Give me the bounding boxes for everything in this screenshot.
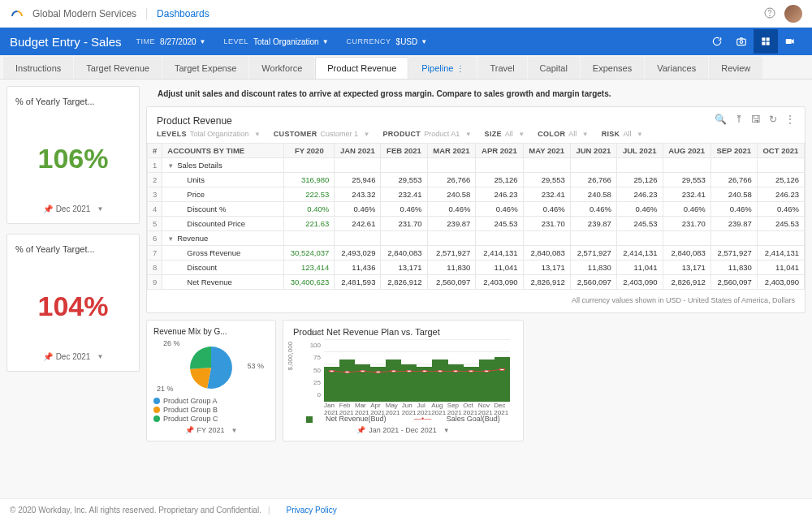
bar (479, 360, 495, 402)
kpi-value: 106% (15, 113, 131, 205)
product-revenue-panel: Product Revenue 🔍 ⤒ 🖫 ↻ ⋮ LEVELSTotal Or… (146, 106, 806, 313)
svg-rect-2 (737, 39, 746, 45)
revenue-mix-panel: Revenue Mix by G... 26 % 53 % 21 % Produ… (146, 320, 276, 441)
filter-customer[interactable]: CUSTOMERCustomer 1 ▼ (274, 130, 370, 138)
pin-icon: 📌 (185, 426, 194, 434)
refresh-icon[interactable] (705, 29, 729, 54)
bar (401, 364, 417, 402)
table-row[interactable]: 6▼Revenue (148, 231, 805, 246)
x-label: Mar 2021 (355, 402, 370, 413)
bar (464, 367, 479, 402)
bar-title: Product Net Revenue Plan vs. Target (293, 327, 513, 337)
bar (355, 364, 370, 402)
sidebar: % of Yearly Target... 106% 📌 Dec 2021 ▼%… (0, 80, 146, 498)
kpi-period[interactable]: 📌 Dec 2021 ▼ (15, 352, 131, 361)
table-row[interactable]: 3Price222.53243.32232.41240.58246.23232.… (148, 187, 805, 202)
bar-chart: $,000,000 0255075100125 Jan 2021Feb 2021… (293, 340, 513, 413)
tab-workforce[interactable]: Workforce (249, 57, 314, 79)
x-label: Aug 2021 (431, 402, 447, 413)
param-time[interactable]: TIME 8/27/2020▼ (136, 37, 206, 46)
x-label: Jun 2021 (402, 402, 417, 413)
bar (324, 367, 339, 402)
save-icon[interactable]: 🖫 (751, 114, 761, 125)
currency-note: All currency values shown in USD - Unite… (147, 290, 805, 312)
tab-pipeline[interactable]: Pipeline⋮ (409, 57, 477, 79)
legend-item: Product Group B (153, 406, 269, 414)
tab-variances[interactable]: Variances (645, 57, 708, 79)
tab-instructions[interactable]: Instructions (3, 57, 73, 79)
svg-point-3 (740, 41, 743, 44)
breadcrumb-link[interactable]: Dashboards (157, 8, 209, 19)
x-label: Sep 2021 (447, 402, 464, 413)
tab-expenses[interactable]: Expenses (581, 57, 644, 79)
table-row[interactable]: 4Discount %0.40%0.46%0.46%0.46%0.46%0.46… (148, 202, 805, 217)
svg-rect-5 (767, 37, 770, 41)
svg-point-1 (770, 15, 771, 15)
table-row[interactable]: 2Units316,98025,94629,55326,76625,12629,… (148, 173, 805, 187)
kpi-value: 104% (15, 260, 131, 352)
legend-item: Product Group C (153, 415, 269, 423)
plan-vs-target-panel: Product Net Revenue Plan vs. Target $,00… (283, 320, 524, 441)
refresh-grid-icon[interactable]: ↻ (769, 114, 777, 125)
pie-title: Revenue Mix by G... (153, 327, 269, 336)
x-label: Oct 2021 (463, 402, 477, 413)
svg-rect-8 (786, 39, 792, 44)
more-icon[interactable]: ⋮ (785, 114, 795, 125)
kpi-period[interactable]: 📌 Dec 2021 ▼ (15, 205, 131, 213)
bar (432, 360, 447, 402)
tab-target-expense[interactable]: Target Expense (162, 57, 248, 79)
x-label: May 2021 (386, 402, 402, 413)
grid-icon[interactable] (754, 29, 778, 54)
filter-levels[interactable]: LEVELSTotal Organization ▼ (157, 130, 261, 138)
filter-product[interactable]: PRODUCTProduct A1 ▼ (383, 130, 472, 138)
filter-color[interactable]: COLORAll ▼ (538, 130, 588, 138)
tabs: InstructionsTarget RevenueTarget Expense… (0, 55, 812, 80)
table-row[interactable]: 1▼Sales Details (148, 158, 805, 173)
x-label: Jul 2021 (417, 402, 431, 413)
search-icon[interactable]: 🔍 (715, 114, 727, 125)
bar (448, 364, 464, 402)
help-icon[interactable] (763, 6, 776, 21)
svg-rect-6 (762, 42, 765, 45)
table-row[interactable]: 7Gross Revenue30,524,0372,493,0292,840,0… (148, 246, 805, 260)
privacy-link[interactable]: Privacy Policy (287, 506, 337, 515)
kpi-card: % of Yearly Target... 104% 📌 Dec 2021 ▼ (6, 234, 140, 372)
video-icon[interactable] (778, 29, 802, 54)
bar (417, 367, 432, 402)
avatar[interactable] (784, 5, 802, 23)
tab-travel[interactable]: Travel (477, 57, 526, 79)
x-label: Apr 2021 (370, 402, 385, 413)
export-icon[interactable]: ⤒ (735, 114, 743, 125)
camera-icon[interactable] (729, 29, 754, 54)
svg-rect-4 (762, 37, 765, 41)
footer: © 2020 Workday, Inc. All rights reserved… (0, 498, 812, 521)
param-level[interactable]: LEVEL Total Organization▼ (224, 37, 329, 46)
kpi-title: % of Yearly Target... (15, 97, 131, 106)
tab-review[interactable]: Review (709, 57, 762, 79)
instruction-text: Adjust unit sales and discount rates to … (146, 86, 806, 106)
bar (370, 367, 386, 402)
x-label: Nov 2021 (478, 402, 495, 413)
bar (386, 360, 401, 402)
filter-risk[interactable]: RISKAll ▼ (602, 130, 643, 138)
page-title: Budget Entry - Sales (10, 35, 122, 49)
table-row[interactable]: 9Net Revenue30,400,6232,481,5932,826,912… (148, 275, 805, 290)
panel-title: Product Revenue (147, 107, 242, 130)
bluebar: Budget Entry - Sales TIME 8/27/2020▼ LEV… (0, 28, 812, 55)
org-name: Global Modern Services (32, 8, 147, 19)
x-label: Feb 2021 (339, 402, 355, 413)
bar (339, 360, 355, 402)
tab-capital[interactable]: Capital (528, 57, 580, 79)
pie-chart: 26 % 53 % 21 % (153, 339, 269, 396)
filter-size[interactable]: SIZEAll ▼ (485, 130, 525, 138)
revenue-grid[interactable]: #ACCOUNTS BY TIMEFY 2020JAN 2021FEB 2021… (147, 143, 805, 290)
kpi-title: % of Yearly Target... (15, 244, 131, 254)
legend-item: Product Group A (153, 397, 269, 405)
copyright: © 2020 Workday, Inc. All rights reserved… (10, 506, 261, 515)
table-row[interactable]: 8Discount123,41411,43613,17111,83011,041… (148, 260, 805, 275)
tab-product-revenue[interactable]: Product Revenue (315, 57, 408, 79)
param-currency[interactable]: CURRENCY $USD▼ (347, 37, 428, 46)
logo (10, 6, 24, 21)
table-row[interactable]: 5Discounted Price221.63242.61231.70239.8… (148, 217, 805, 231)
tab-target-revenue[interactable]: Target Revenue (74, 57, 162, 79)
